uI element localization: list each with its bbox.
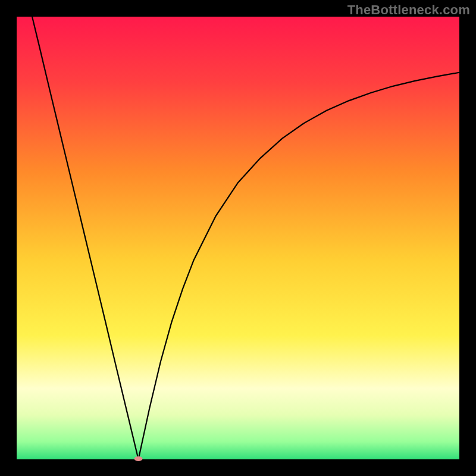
bottleneck-chart <box>0 0 476 476</box>
chart-frame: TheBottleneck.com <box>0 0 476 476</box>
watermark-text: TheBottleneck.com <box>347 2 470 18</box>
plot-background <box>17 17 459 459</box>
minimum-marker <box>134 456 143 461</box>
